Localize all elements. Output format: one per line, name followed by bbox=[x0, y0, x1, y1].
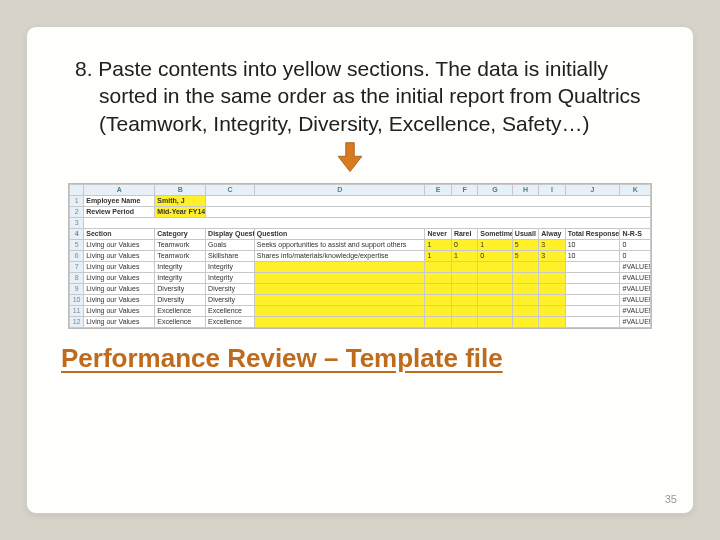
cell: Diversity bbox=[206, 294, 255, 305]
cell: Living our Values bbox=[84, 272, 155, 283]
cell: Living our Values bbox=[84, 239, 155, 250]
cell: Living our Values bbox=[84, 316, 155, 327]
cell bbox=[565, 316, 620, 327]
cell bbox=[254, 272, 425, 283]
cell bbox=[539, 294, 565, 305]
cell: Section bbox=[84, 228, 155, 239]
cell bbox=[451, 294, 477, 305]
page-number: 35 bbox=[665, 493, 677, 505]
cell: Teamwork bbox=[155, 239, 206, 250]
cell: #VALUE! bbox=[620, 283, 651, 294]
cell: 10 bbox=[565, 239, 620, 250]
cell: #VALUE! bbox=[620, 294, 651, 305]
cell bbox=[478, 316, 513, 327]
row-gutter: 1 bbox=[70, 195, 84, 206]
arrow-down-icon bbox=[332, 161, 368, 178]
cell bbox=[512, 305, 538, 316]
row-gutter: 4 bbox=[70, 228, 84, 239]
cell: Excellence bbox=[155, 316, 206, 327]
cell: #VALUE! bbox=[620, 272, 651, 283]
cell: Excellence bbox=[155, 305, 206, 316]
cell: Never bbox=[425, 228, 451, 239]
row-gutter: 6 bbox=[70, 250, 84, 261]
cell: Excellence bbox=[206, 305, 255, 316]
cell bbox=[451, 283, 477, 294]
cell: Alway bbox=[539, 228, 565, 239]
cell bbox=[565, 283, 620, 294]
cell bbox=[425, 272, 451, 283]
cell bbox=[565, 261, 620, 272]
cell: Display Quest bbox=[206, 228, 255, 239]
row-gutter: 8 bbox=[70, 272, 84, 283]
row-gutter: 3 bbox=[70, 217, 84, 228]
cell: Skillshare bbox=[206, 250, 255, 261]
column-letter-row: A B C D E F G H I J K bbox=[70, 184, 651, 195]
cell: Rarel bbox=[451, 228, 477, 239]
cell: 0 bbox=[620, 239, 651, 250]
table-row: 10Living our ValuesDiversityDiversity#VA… bbox=[70, 294, 651, 305]
cell: #VALUE! bbox=[620, 261, 651, 272]
cell bbox=[539, 283, 565, 294]
table-row: 12Living our ValuesExcellenceExcellence#… bbox=[70, 316, 651, 327]
cell: Diversity bbox=[155, 283, 206, 294]
cell bbox=[512, 294, 538, 305]
cell bbox=[451, 261, 477, 272]
table-row: 8Living our ValuesIntegrityIntegrity#VAL… bbox=[70, 272, 651, 283]
cell: Diversity bbox=[206, 283, 255, 294]
cell bbox=[478, 272, 513, 283]
header-row: 1 Employee Name Smith, J bbox=[70, 195, 651, 206]
cell: Living our Values bbox=[84, 305, 155, 316]
cell bbox=[512, 261, 538, 272]
cell: Smith, J bbox=[155, 195, 206, 206]
step-number: 8. bbox=[75, 57, 93, 80]
cell bbox=[478, 283, 513, 294]
table-row: 7Living our ValuesIntegrityIntegrity#VAL… bbox=[70, 261, 651, 272]
col-head: K bbox=[620, 184, 651, 195]
cell: Category bbox=[155, 228, 206, 239]
cell: Living our Values bbox=[84, 261, 155, 272]
col-head: D bbox=[254, 184, 425, 195]
col-head: B bbox=[155, 184, 206, 195]
step-body: Paste contents into yellow sections. The… bbox=[93, 57, 641, 135]
col-head: A bbox=[84, 184, 155, 195]
cell: Living our Values bbox=[84, 294, 155, 305]
cell bbox=[512, 272, 538, 283]
cell: 0 bbox=[478, 250, 513, 261]
cell: 3 bbox=[539, 239, 565, 250]
cell bbox=[254, 305, 425, 316]
instruction-text: 8. Paste contents into yellow sections. … bbox=[75, 55, 659, 137]
cell: Diversity bbox=[155, 294, 206, 305]
row-gutter: 2 bbox=[70, 206, 84, 217]
cell bbox=[565, 272, 620, 283]
table-heading-row: 4 Section Category Display Quest Questio… bbox=[70, 228, 651, 239]
table-row: 9Living our ValuesDiversityDiversity#VAL… bbox=[70, 283, 651, 294]
cell: Seeks opportunities to assist and suppor… bbox=[254, 239, 425, 250]
cell: 3 bbox=[539, 250, 565, 261]
table-row: 5Living our ValuesTeamworkGoalsSeeks opp… bbox=[70, 239, 651, 250]
col-head: C bbox=[206, 184, 255, 195]
row-gutter: 7 bbox=[70, 261, 84, 272]
cell bbox=[425, 316, 451, 327]
cell bbox=[565, 305, 620, 316]
cell bbox=[539, 316, 565, 327]
table-row: 11Living our ValuesExcellenceExcellence#… bbox=[70, 305, 651, 316]
cell: Integrity bbox=[155, 261, 206, 272]
cell: N-R-S bbox=[620, 228, 651, 239]
cell: Living our Values bbox=[84, 250, 155, 261]
col-head: E bbox=[425, 184, 451, 195]
cell bbox=[512, 316, 538, 327]
spreadsheet-preview: A B C D E F G H I J K 1 Employee Name Sm… bbox=[68, 183, 652, 329]
cell: Goals bbox=[206, 239, 255, 250]
cell: Sometime bbox=[478, 228, 513, 239]
sheet-table: A B C D E F G H I J K 1 Employee Name Sm… bbox=[69, 184, 651, 328]
row-gutter: 11 bbox=[70, 305, 84, 316]
cell-empty bbox=[84, 217, 651, 228]
cell: 1 bbox=[451, 250, 477, 261]
col-head bbox=[70, 184, 84, 195]
cell: Usuall bbox=[512, 228, 538, 239]
cell bbox=[451, 316, 477, 327]
cell: Employee Name bbox=[84, 195, 155, 206]
header-row: 2 Review Period Mid-Year FY14 bbox=[70, 206, 651, 217]
cell bbox=[539, 261, 565, 272]
cell bbox=[425, 305, 451, 316]
